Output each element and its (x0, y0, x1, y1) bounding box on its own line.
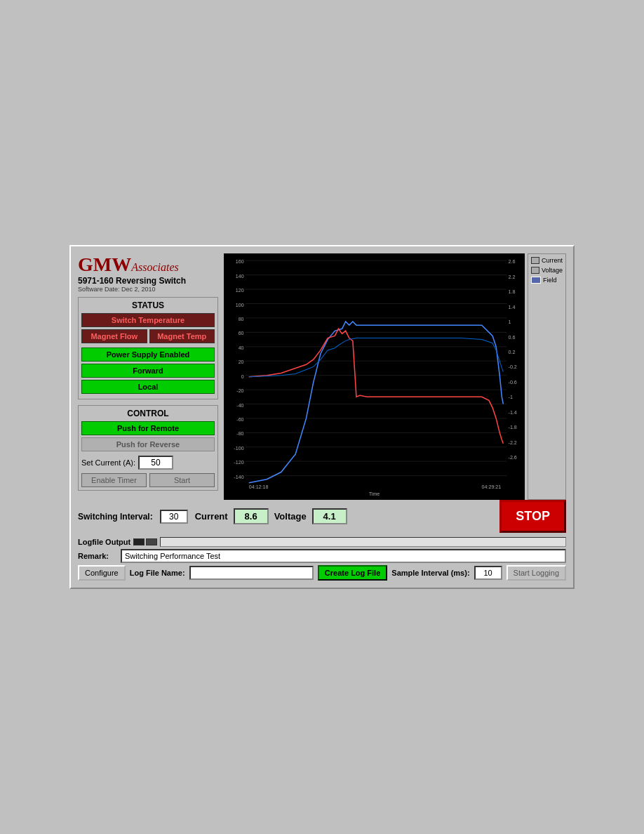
power-supply-btn[interactable]: Power Supply Enabled (81, 348, 215, 362)
enable-timer-btn[interactable]: Enable Timer (81, 473, 147, 487)
magnet-flow-btn[interactable]: Magnet Flow (81, 329, 147, 343)
local-btn[interactable]: Local (81, 380, 215, 394)
svg-text:0.6: 0.6 (509, 334, 516, 340)
svg-text:-80: -80 (236, 431, 243, 437)
svg-text:-120: -120 (234, 460, 243, 465)
logo-associates: Associates (131, 261, 179, 273)
control-title: CONTROL (81, 409, 215, 418)
svg-text:-40: -40 (236, 402, 243, 408)
remark-label: Remark: (78, 552, 116, 560)
svg-text:20: 20 (239, 359, 244, 365)
software-date: Software Date: Dec 2, 2010 (78, 286, 218, 293)
logfile-output-bar (160, 537, 566, 547)
svg-text:-100: -100 (234, 446, 243, 451)
magnet-row: Magnet Flow Magnet Temp (81, 329, 215, 345)
chart-container: 160 140 120 100 80 60 40 20 0 -20 -40 -6… (224, 253, 525, 500)
stop-button[interactable]: STOP (499, 500, 566, 533)
svg-text:-1: -1 (509, 395, 513, 400)
svg-text:60: 60 (239, 331, 244, 336)
chart-area: 160 140 120 100 80 60 40 20 0 -20 -40 -6… (224, 253, 525, 500)
magnet-temp-btn[interactable]: Magnet Temp (149, 329, 215, 343)
svg-text:80: 80 (239, 317, 244, 322)
set-current-input[interactable] (138, 456, 173, 470)
legend-current: Current (531, 257, 563, 264)
main-window: manual-archive.com GMWAssociates 5971-16… (69, 245, 575, 589)
svg-text:1.4: 1.4 (509, 305, 516, 310)
legend-panel: Current Voltage Field (528, 253, 566, 500)
legend-voltage-label: Voltage (542, 267, 563, 274)
control-box: CONTROL Push for Remote Push for Reverse… (78, 405, 218, 491)
svg-text:0: 0 (241, 374, 244, 380)
forward-btn[interactable]: Forward (81, 364, 215, 378)
left-panel: GMWAssociates 5971-160 Reversing Switch … (78, 253, 218, 500)
remark-input[interactable] (121, 549, 566, 563)
status-light-1 (133, 538, 145, 545)
current-label: Current (195, 511, 228, 522)
voltage-label: Voltage (274, 511, 307, 522)
switching-interval-label: Switching Interval: (78, 512, 153, 522)
logfile-status-lights (133, 538, 157, 545)
logo: GMWAssociates (78, 253, 218, 276)
legend-field-color (531, 277, 541, 284)
legend-field-label: Field (543, 277, 557, 284)
svg-text:1.8: 1.8 (509, 289, 516, 295)
svg-text:04:12:18: 04:12:18 (249, 484, 269, 490)
switching-interval-input[interactable] (160, 510, 188, 524)
start-logging-button[interactable]: Start Logging (507, 565, 566, 581)
legend-current-label: Current (542, 257, 563, 264)
switching-row: Switching Interval: Current 8.6 Voltage … (78, 500, 566, 533)
timer-row: Enable Timer Start (81, 473, 215, 487)
legend-voltage-color (531, 267, 539, 274)
set-current-row: Set Current (A): (81, 456, 215, 470)
svg-text:140: 140 (236, 274, 244, 279)
svg-text:-20: -20 (236, 388, 243, 394)
chart-svg: 160 140 120 100 80 60 40 20 0 -20 -40 -6… (224, 253, 525, 497)
svg-text:-1.4: -1.4 (509, 410, 517, 416)
create-log-button[interactable]: Create Log File (318, 565, 387, 581)
configure-button[interactable]: Configure (78, 565, 126, 581)
svg-text:-0.2: -0.2 (509, 364, 517, 370)
logfile-row1: Logfile Output (78, 537, 566, 547)
push-for-reverse-btn[interactable]: Push for Reverse (81, 437, 215, 451)
svg-text:2.6: 2.6 (509, 259, 516, 265)
svg-text:-0.6: -0.6 (509, 380, 517, 385)
right-panel: 160 140 120 100 80 60 40 20 0 -20 -40 -6… (224, 253, 566, 500)
svg-text:120: 120 (236, 288, 244, 293)
svg-text:-2.6: -2.6 (509, 455, 517, 461)
current-value: 8.6 (234, 508, 269, 524)
voltage-value: 4.1 (312, 508, 347, 524)
svg-text:160: 160 (236, 259, 244, 265)
set-current-label: Set Current (A): (81, 458, 135, 467)
log-file-name-label: Log File Name: (130, 569, 185, 577)
status-light-2 (146, 538, 157, 545)
sample-interval-input[interactable] (474, 566, 502, 580)
log-file-name-input[interactable] (189, 566, 314, 580)
legend-field: Field (531, 277, 563, 284)
svg-text:100: 100 (236, 302, 244, 307)
svg-text:Time: Time (369, 491, 380, 497)
status-title: STATUS (81, 300, 215, 310)
product-title: 5971-160 Reversing Switch (78, 276, 218, 286)
remark-row: Remark: (78, 549, 566, 563)
start-btn[interactable]: Start (149, 473, 215, 487)
svg-text:2.2: 2.2 (509, 274, 516, 280)
push-for-remote-btn[interactable]: Push for Remote (81, 421, 215, 435)
legend-voltage: Voltage (531, 267, 563, 274)
logfile-output-label: Logfile Output (78, 538, 130, 546)
svg-text:40: 40 (239, 345, 244, 351)
svg-text:1: 1 (509, 319, 511, 325)
legend-current-color (531, 257, 539, 264)
logo-area: GMWAssociates 5971-160 Reversing Switch … (78, 253, 218, 293)
status-box: STATUS Switch Temperature Magnet Flow Ma… (78, 297, 218, 399)
svg-text:-2.2: -2.2 (509, 440, 517, 446)
switch-temperature-btn[interactable]: Switch Temperature (81, 313, 215, 327)
svg-text:-1.8: -1.8 (509, 425, 517, 430)
svg-text:-60: -60 (236, 417, 243, 423)
current-voltage-row: Current 8.6 Voltage 4.1 (195, 508, 493, 524)
svg-text:-140: -140 (234, 475, 243, 480)
logo-gmw: GMW (78, 253, 131, 275)
logfile-bottom-row: Configure Log File Name: Create Log File… (78, 565, 566, 581)
svg-text:0.2: 0.2 (509, 350, 516, 355)
svg-text:04:29:21: 04:29:21 (482, 484, 502, 490)
logfile-section: Logfile Output Remark: Configure Log Fil… (78, 537, 566, 581)
